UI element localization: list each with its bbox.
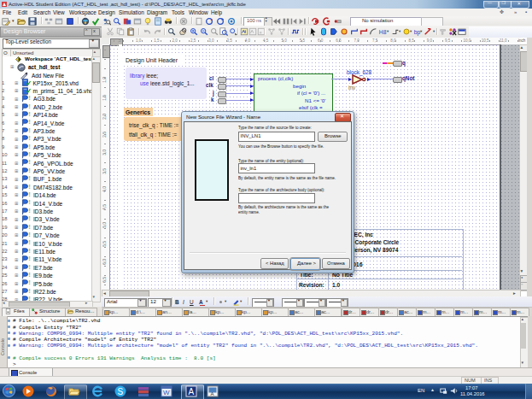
svg-text:W: W <box>163 389 170 396</box>
svg-text:H8: H8 <box>379 29 387 35</box>
svg-text:A: A <box>211 391 214 396</box>
svg-text:S: S <box>118 386 124 396</box>
svg-text:A: A <box>189 387 195 396</box>
